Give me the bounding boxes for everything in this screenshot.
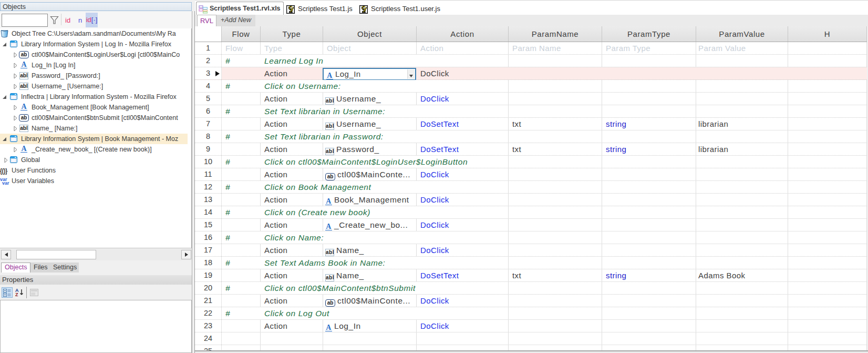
svg-text:{()}: {()} <box>0 167 7 175</box>
svg-text:var: var <box>2 180 9 185</box>
svg-text:Z: Z <box>15 292 18 297</box>
